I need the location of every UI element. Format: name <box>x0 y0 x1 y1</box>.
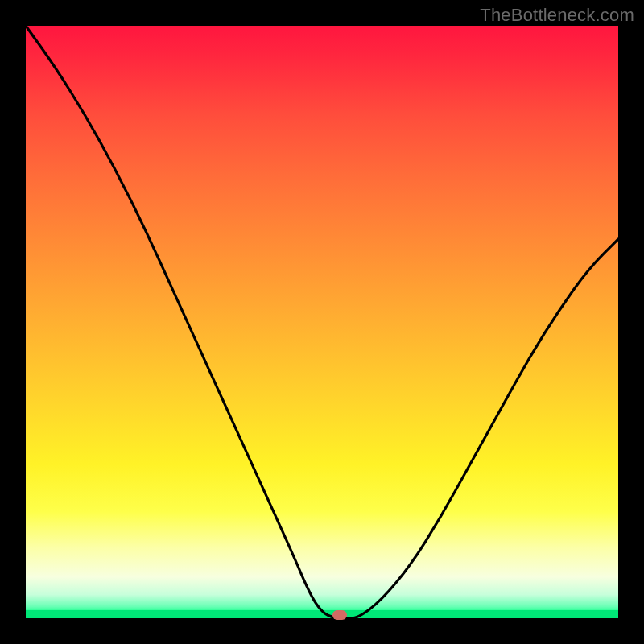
bottleneck-curve <box>26 26 618 618</box>
watermark-text: TheBottleneck.com <box>480 5 634 26</box>
current-point-marker <box>332 610 347 620</box>
chart-frame: TheBottleneck.com <box>0 0 644 644</box>
